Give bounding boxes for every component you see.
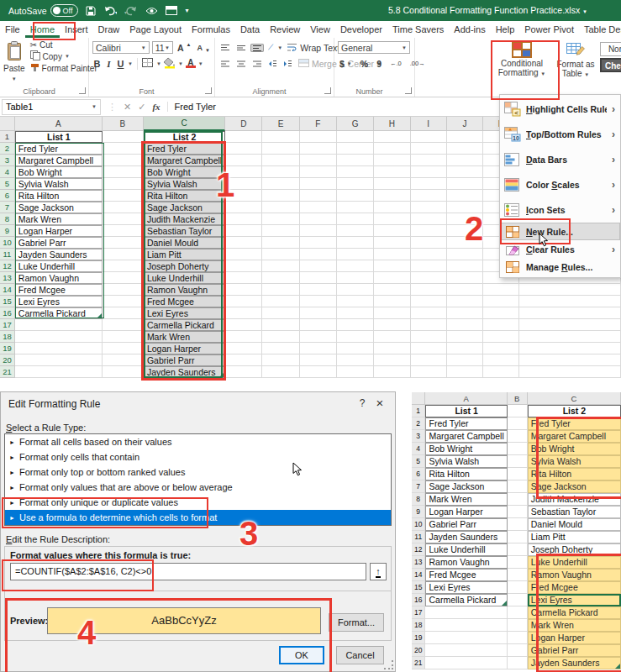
top-cell-I19[interactable] bbox=[411, 343, 447, 354]
top-cell-filler21[interactable] bbox=[519, 366, 621, 378]
top-cell-F17[interactable] bbox=[300, 319, 337, 331]
top-cell-C21[interactable]: Jayden Saunders bbox=[144, 366, 225, 378]
result-cell-C5[interactable]: Sylvia Walsh bbox=[528, 455, 621, 468]
result-cell-C18[interactable]: Mark Wren bbox=[528, 619, 621, 632]
top-cell-B8[interactable] bbox=[103, 213, 144, 225]
result-cell-B5[interactable] bbox=[508, 455, 528, 468]
tab-file[interactable]: File bbox=[0, 21, 25, 38]
style-check-cell[interactable]: Check C bbox=[600, 58, 621, 72]
top-cell-D18[interactable] bbox=[225, 331, 262, 343]
collapse-dialog-icon[interactable]: ↑ bbox=[370, 563, 387, 580]
top-cell-K15[interactable] bbox=[483, 296, 519, 307]
top-cell-E21[interactable] bbox=[262, 366, 299, 378]
top-cell-D20[interactable] bbox=[225, 354, 262, 366]
result-cell-C16[interactable]: Lexi Eyres bbox=[528, 594, 621, 606]
top-cell-A3[interactable]: Margaret Campbell bbox=[15, 155, 103, 166]
top-cell-F15[interactable] bbox=[300, 296, 337, 307]
top-cell-C18[interactable]: Mark Wren bbox=[144, 331, 225, 343]
top-cell-C17[interactable]: Carmella Pickard bbox=[144, 319, 225, 331]
result-cell-A5[interactable]: Sylvia Walsh bbox=[425, 455, 507, 468]
column-header-B[interactable]: B bbox=[508, 392, 528, 405]
result-cell-B8[interactable] bbox=[508, 493, 528, 506]
top-cell-B15[interactable] bbox=[103, 296, 144, 307]
top-cell-C16[interactable]: Lexi Eyres bbox=[144, 307, 225, 319]
result-cell-B11[interactable] bbox=[508, 531, 528, 543]
top-cell-F16[interactable] bbox=[300, 307, 337, 319]
fill-color-icon[interactable] bbox=[164, 57, 176, 71]
top-cell-J11[interactable] bbox=[447, 249, 483, 260]
top-cell-A5[interactable]: Sylvia Walsh bbox=[15, 178, 103, 190]
top-cell-F10[interactable] bbox=[300, 237, 337, 249]
column-header-J[interactable]: J bbox=[447, 117, 483, 131]
top-cell-K18[interactable] bbox=[483, 331, 519, 343]
column-header-D[interactable]: D bbox=[225, 117, 262, 131]
top-cell-H17[interactable] bbox=[374, 319, 410, 331]
top-cell-K17[interactable] bbox=[483, 319, 519, 331]
menu-item-clear-rules[interactable]: Clear Rules› bbox=[500, 240, 620, 258]
result-cell-C14[interactable]: Ramon Vaughn bbox=[528, 569, 621, 581]
top-cell-D14[interactable] bbox=[225, 284, 262, 296]
result-cell-B13[interactable] bbox=[508, 556, 528, 569]
column-header-A[interactable]: A bbox=[15, 117, 103, 131]
top-cell-J19[interactable] bbox=[447, 343, 483, 354]
align-left-icon[interactable] bbox=[218, 60, 232, 68]
row-header-8[interactable]: 8 bbox=[412, 493, 425, 506]
result-cell-B21[interactable] bbox=[508, 657, 528, 669]
result-cell-B16[interactable] bbox=[508, 594, 528, 606]
top-cell-C4[interactable]: Bob Wright bbox=[144, 166, 225, 178]
result-cell-A14[interactable]: Fred Mcgee bbox=[425, 569, 507, 581]
row-header-17[interactable]: 17 bbox=[0, 319, 15, 331]
top-cell-I11[interactable] bbox=[411, 249, 447, 260]
resize-grip[interactable] bbox=[384, 660, 393, 669]
top-cell-I16[interactable] bbox=[411, 307, 447, 319]
borders-icon[interactable] bbox=[142, 58, 154, 70]
column-header-A[interactable]: A bbox=[425, 392, 507, 405]
top-cell-K14[interactable] bbox=[483, 284, 519, 296]
row-header-14[interactable]: 14 bbox=[412, 569, 425, 581]
top-cell-A15[interactable]: Lexi Eyres bbox=[15, 296, 103, 307]
row-header-11[interactable]: 11 bbox=[0, 249, 15, 260]
rule-type-option-4[interactable]: ►Format only values that are above or be… bbox=[5, 480, 391, 495]
column-header-F[interactable]: F bbox=[300, 117, 337, 131]
align-middle-icon[interactable] bbox=[234, 44, 248, 52]
top-cell-F20[interactable] bbox=[300, 354, 337, 366]
result-cell-B6[interactable] bbox=[508, 468, 528, 480]
tab-time-savers[interactable]: Time Savers bbox=[387, 21, 449, 38]
top-cell-A9[interactable]: Logan Harper bbox=[15, 225, 103, 237]
select-all-corner[interactable] bbox=[0, 117, 15, 131]
align-center-icon[interactable] bbox=[234, 60, 248, 68]
top-cell-F8[interactable] bbox=[300, 213, 337, 225]
tab-data[interactable]: Data bbox=[235, 21, 265, 38]
top-cell-E12[interactable] bbox=[262, 260, 299, 272]
top-cell-B5[interactable] bbox=[103, 178, 144, 190]
row-header-20[interactable]: 20 bbox=[412, 644, 425, 657]
top-cell-H14[interactable] bbox=[374, 284, 410, 296]
number-format-select[interactable]: General▼ bbox=[338, 41, 410, 54]
top-cell-D19[interactable] bbox=[225, 343, 262, 354]
rule-type-option-6[interactable]: ►Use a formula to determine which cells … bbox=[5, 510, 391, 525]
result-cell-A13[interactable]: Ramon Vaughn bbox=[425, 556, 507, 569]
top-cell-F21[interactable] bbox=[300, 366, 337, 378]
result-cell-A16[interactable]: Carmella Pickard bbox=[425, 594, 507, 606]
top-cell-J13[interactable] bbox=[447, 272, 483, 284]
rule-type-option-3[interactable]: ►Format only top or bottom ranked values bbox=[5, 465, 391, 480]
top-cell-H11[interactable] bbox=[374, 249, 410, 260]
result-cell-C21[interactable]: Jayden Saunders bbox=[528, 657, 621, 669]
top-cell-K20[interactable] bbox=[483, 354, 519, 366]
menu-item-manage-rules[interactable]: Manage Rules... bbox=[500, 258, 620, 276]
top-cell-J16[interactable] bbox=[447, 307, 483, 319]
result-cell-B17[interactable] bbox=[508, 606, 528, 619]
top-cell-E6[interactable] bbox=[262, 190, 299, 202]
top-cell-A1[interactable]: List 1 bbox=[15, 131, 103, 143]
row-header-3[interactable]: 3 bbox=[0, 155, 15, 166]
row-header-1[interactable]: 1 bbox=[0, 131, 15, 143]
result-cell-A6[interactable]: Rita Hilton bbox=[425, 468, 507, 480]
result-cell-B3[interactable] bbox=[508, 430, 528, 443]
top-cell-H3[interactable] bbox=[374, 155, 410, 166]
result-cell-B10[interactable] bbox=[508, 518, 528, 531]
select-all-corner[interactable] bbox=[412, 392, 425, 405]
rule-type-option-5[interactable]: ►Format only unique or duplicate values bbox=[5, 495, 391, 510]
insert-function-icon[interactable]: fx bbox=[152, 102, 160, 112]
row-header-2[interactable]: 2 bbox=[0, 143, 15, 155]
top-cell-F13[interactable] bbox=[300, 272, 337, 284]
